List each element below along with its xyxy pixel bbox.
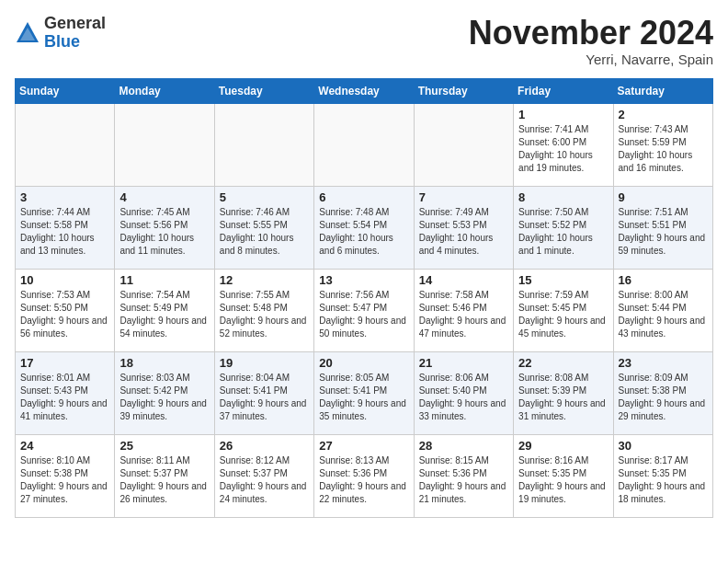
day-info: Sunrise: 8:16 AM Sunset: 5:35 PM Dayligh… [518,454,608,506]
day-number: 15 [518,273,608,287]
day-number: 13 [319,273,408,287]
day-number: 10 [20,273,109,287]
logo-general-text: General [44,14,106,32]
location-text: Yerri, Navarre, Spain [469,52,713,67]
weekday-header: Saturday [613,78,712,103]
calendar-week-row: 3Sunrise: 7:44 AM Sunset: 5:58 PM Daylig… [16,186,713,269]
calendar-day-cell: 23Sunrise: 8:09 AM Sunset: 5:38 PM Dayli… [613,351,712,434]
day-info: Sunrise: 7:59 AM Sunset: 5:45 PM Dayligh… [518,289,608,340]
day-info: Sunrise: 8:05 AM Sunset: 5:41 PM Dayligh… [319,372,408,423]
day-number: 1 [518,108,608,121]
calendar-day-cell: 20Sunrise: 8:05 AM Sunset: 5:41 PM Dayli… [314,351,414,434]
calendar-day-cell [314,103,414,186]
day-info: Sunrise: 8:01 AM Sunset: 5:43 PM Dayligh… [20,372,109,423]
calendar-day-cell: 10Sunrise: 7:53 AM Sunset: 5:50 PM Dayli… [16,269,115,351]
calendar-day-cell: 14Sunrise: 7:58 AM Sunset: 5:46 PM Dayli… [414,269,513,351]
weekday-header: Wednesday [314,78,414,103]
calendar-day-cell: 2Sunrise: 7:43 AM Sunset: 5:59 PM Daylig… [613,103,712,186]
calendar-day-cell [16,103,115,186]
day-info: Sunrise: 8:04 AM Sunset: 5:41 PM Dayligh… [220,372,309,423]
calendar-week-row: 17Sunrise: 8:01 AM Sunset: 5:43 PM Dayli… [16,351,713,434]
day-info: Sunrise: 8:12 AM Sunset: 5:37 PM Dayligh… [220,454,309,506]
day-number: 19 [220,356,309,370]
calendar-day-cell: 12Sunrise: 7:55 AM Sunset: 5:48 PM Dayli… [214,269,313,351]
day-number: 29 [518,439,608,453]
day-number: 4 [119,190,209,204]
calendar-day-cell: 25Sunrise: 8:11 AM Sunset: 5:37 PM Dayli… [115,434,214,517]
day-info: Sunrise: 8:03 AM Sunset: 5:42 PM Dayligh… [119,372,209,423]
calendar-day-cell: 28Sunrise: 8:15 AM Sunset: 5:36 PM Dayli… [414,434,513,517]
day-number: 21 [419,356,508,370]
day-number: 30 [619,439,708,453]
day-number: 7 [419,190,508,204]
day-info: Sunrise: 7:44 AM Sunset: 5:58 PM Dayligh… [20,206,109,258]
calendar-day-cell [414,103,513,186]
calendar-day-cell: 26Sunrise: 8:12 AM Sunset: 5:37 PM Dayli… [214,434,313,517]
calendar-day-cell: 6Sunrise: 7:48 AM Sunset: 5:54 PM Daylig… [314,186,414,269]
calendar-day-cell: 15Sunrise: 7:59 AM Sunset: 5:45 PM Dayli… [514,269,613,351]
calendar-day-cell: 19Sunrise: 8:04 AM Sunset: 5:41 PM Dayli… [214,351,313,434]
calendar-header: SundayMondayTuesdayWednesdayThursdayFrid… [16,78,713,103]
day-info: Sunrise: 7:58 AM Sunset: 5:46 PM Dayligh… [419,289,508,340]
day-number: 16 [619,273,708,287]
day-info: Sunrise: 7:43 AM Sunset: 5:59 PM Dayligh… [619,123,708,175]
calendar-day-cell [115,103,214,186]
calendar-week-row: 1Sunrise: 7:41 AM Sunset: 6:00 PM Daylig… [16,103,713,186]
logo-blue-text: Blue [44,32,80,51]
day-number: 17 [20,356,109,370]
month-title: November 2024 [469,15,713,52]
day-info: Sunrise: 8:00 AM Sunset: 5:44 PM Dayligh… [619,289,708,340]
day-info: Sunrise: 8:08 AM Sunset: 5:39 PM Dayligh… [518,372,608,423]
day-info: Sunrise: 7:46 AM Sunset: 5:55 PM Dayligh… [220,206,309,258]
day-number: 25 [119,439,209,453]
calendar-day-cell [214,103,313,186]
day-info: Sunrise: 8:13 AM Sunset: 5:36 PM Dayligh… [319,454,408,506]
calendar-table: SundayMondayTuesdayWednesdayThursdayFrid… [15,78,713,518]
day-number: 6 [319,190,408,204]
logo: General Blue [15,15,106,52]
calendar-day-cell: 17Sunrise: 8:01 AM Sunset: 5:43 PM Dayli… [16,351,115,434]
day-number: 28 [419,439,508,453]
weekday-header: Tuesday [214,78,313,103]
calendar-day-cell: 21Sunrise: 8:06 AM Sunset: 5:40 PM Dayli… [414,351,513,434]
day-number: 2 [619,108,708,121]
day-number: 26 [220,439,309,453]
day-info: Sunrise: 8:17 AM Sunset: 5:35 PM Dayligh… [619,454,708,506]
day-number: 5 [220,190,309,204]
calendar-day-cell: 1Sunrise: 7:41 AM Sunset: 6:00 PM Daylig… [514,103,613,186]
day-number: 14 [419,273,508,287]
day-info: Sunrise: 7:51 AM Sunset: 5:51 PM Dayligh… [619,206,708,258]
calendar-day-cell: 13Sunrise: 7:56 AM Sunset: 5:47 PM Dayli… [314,269,414,351]
day-info: Sunrise: 7:54 AM Sunset: 5:49 PM Dayligh… [119,289,209,340]
day-info: Sunrise: 7:55 AM Sunset: 5:48 PM Dayligh… [220,289,309,340]
calendar-day-cell: 8Sunrise: 7:50 AM Sunset: 5:52 PM Daylig… [514,186,613,269]
weekday-header: Friday [514,78,613,103]
page-header: General Blue November 2024 Yerri, Navarr… [15,15,713,67]
title-block: November 2024 Yerri, Navarre, Spain [469,15,713,67]
calendar-week-row: 24Sunrise: 8:10 AM Sunset: 5:38 PM Dayli… [16,434,713,517]
day-number: 8 [518,190,608,204]
calendar-day-cell: 5Sunrise: 7:46 AM Sunset: 5:55 PM Daylig… [214,186,313,269]
day-number: 20 [319,356,408,370]
calendar-day-cell: 18Sunrise: 8:03 AM Sunset: 5:42 PM Dayli… [115,351,214,434]
day-info: Sunrise: 7:45 AM Sunset: 5:56 PM Dayligh… [119,206,209,258]
calendar-week-row: 10Sunrise: 7:53 AM Sunset: 5:50 PM Dayli… [16,269,713,351]
calendar-day-cell: 16Sunrise: 8:00 AM Sunset: 5:44 PM Dayli… [613,269,712,351]
day-number: 24 [20,439,109,453]
calendar-day-cell: 29Sunrise: 8:16 AM Sunset: 5:35 PM Dayli… [514,434,613,517]
day-number: 18 [119,356,209,370]
day-number: 3 [20,190,109,204]
calendar-day-cell: 7Sunrise: 7:49 AM Sunset: 5:53 PM Daylig… [414,186,513,269]
weekday-header: Thursday [414,78,513,103]
day-info: Sunrise: 8:15 AM Sunset: 5:36 PM Dayligh… [419,454,508,506]
calendar-day-cell: 22Sunrise: 8:08 AM Sunset: 5:39 PM Dayli… [514,351,613,434]
day-info: Sunrise: 7:53 AM Sunset: 5:50 PM Dayligh… [20,289,109,340]
day-info: Sunrise: 7:50 AM Sunset: 5:52 PM Dayligh… [518,206,608,258]
calendar-day-cell: 11Sunrise: 7:54 AM Sunset: 5:49 PM Dayli… [115,269,214,351]
day-info: Sunrise: 8:09 AM Sunset: 5:38 PM Dayligh… [619,372,708,423]
calendar-day-cell: 27Sunrise: 8:13 AM Sunset: 5:36 PM Dayli… [314,434,414,517]
calendar-day-cell: 30Sunrise: 8:17 AM Sunset: 5:35 PM Dayli… [613,434,712,517]
day-number: 23 [619,356,708,370]
logo-icon [15,20,40,46]
calendar-day-cell: 9Sunrise: 7:51 AM Sunset: 5:51 PM Daylig… [613,186,712,269]
